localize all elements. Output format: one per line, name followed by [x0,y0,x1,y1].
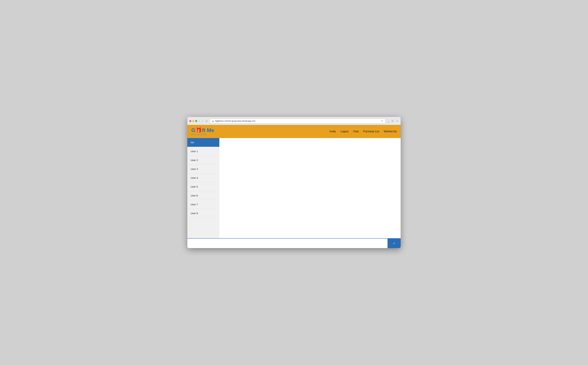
sidebar-item-user3[interactable]: User 3 [187,165,219,174]
sidebar: Me User 1 User 2 User 3 User 4 User 5 Us… [187,138,219,238]
sidebar-item-user1[interactable]: User 1 [187,147,219,156]
nav-links: Invite Logout Chat Purchase List Wishlis… [330,130,397,133]
minimize-button[interactable] [192,120,194,122]
nav-wishlist[interactable]: Wishlist list [384,130,397,133]
app-container: G🎁ft Me giving simplified Invite Logout … [187,125,401,248]
address-bar[interactable]: 🔒 hightechu-cohort2-group-twos.herokuapp… [210,119,385,123]
back-button[interactable]: ‹ [198,119,201,123]
brand-name-rest: ft Me [202,127,214,133]
brand: G🎁ft Me giving simplified [191,127,214,136]
content-area: Me User 1 User 2 User 3 User 4 User 5 Us… [187,138,401,238]
url-text: hightechu-cohort2-group-twos.herokuapp.c… [215,120,380,122]
maximize-button[interactable] [195,120,197,122]
brand-subtitle: giving simplified [191,133,214,136]
sidebar-item-user6[interactable]: User 6 [187,191,219,200]
gift-prefix: G [191,127,195,133]
gift-icon: 🎁 [195,127,202,133]
bookmarks-button[interactable]: ☰ [391,119,394,123]
browser-actions: ⍽ ☰ [387,119,394,123]
share-button[interactable]: ⍽ [387,119,390,123]
browser-chrome: ‹ › ☷ 🔒 hightechu-cohort2-group-twos.her… [187,117,401,125]
forward-button[interactable]: › [201,119,203,123]
main-content: Me User 1 User 2 User 3 User 4 User 5 Us… [187,138,401,248]
lock-icon: 🔒 [212,120,214,122]
nav-chat[interactable]: Chat [353,130,359,133]
traffic-lights [189,120,197,122]
sidebar-item-user7[interactable]: User 7 [187,200,219,209]
chat-area [219,138,401,238]
sidebar-item-user4[interactable]: User 4 [187,174,219,182]
sidebar-item-me[interactable]: Me [187,138,219,147]
new-tab-button[interactable]: + [396,119,399,123]
send-button[interactable]: ✓ [388,239,401,248]
close-button[interactable] [189,120,191,122]
brand-title: G🎁ft Me [191,127,214,133]
navbar: G🎁ft Me giving simplified Invite Logout … [187,125,401,138]
chat-input[interactable] [187,239,388,248]
sidebar-item-user5[interactable]: User 5 [187,182,219,191]
nav-purchase-list[interactable]: Purchase List [363,130,379,133]
nav-logout[interactable]: Logout [340,130,348,133]
reload-button[interactable]: ↻ [381,119,383,123]
chat-messages [219,138,401,238]
tab-view-button[interactable]: ☷ [205,119,209,123]
chat-input-bar: ✓ [187,238,401,248]
nav-buttons: ‹ › [198,119,203,123]
sidebar-item-user2[interactable]: User 2 [187,156,219,165]
nav-invite[interactable]: Invite [330,130,336,133]
browser-window: ‹ › ☷ 🔒 hightechu-cohort2-group-twos.her… [187,117,401,248]
sidebar-item-user8[interactable]: User 8 [187,209,219,218]
